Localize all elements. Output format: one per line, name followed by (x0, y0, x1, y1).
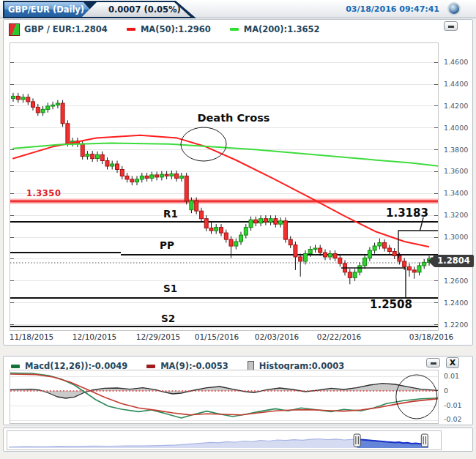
status-orb-icon[interactable] (447, 2, 461, 15)
x-axis-label: 03/18/2016 (402, 332, 461, 341)
y-axis-label: 1.3200 (444, 211, 475, 219)
minimize-icon (448, 26, 454, 28)
last-price-value: 1.2804 (437, 255, 469, 266)
moving-average-lines (13, 135, 438, 247)
pivot-pp-label: PP (160, 239, 174, 251)
tab-symbol-label: GBP/EUR (Daily) (8, 4, 84, 15)
x-axis-label: 11/18/2015 (2, 332, 61, 341)
macd-y-axis-label: 0 (444, 387, 475, 395)
price-plot-area[interactable]: Death Cross 1.3350 R1 PP S1 S2 1.3183 1.… (10, 42, 439, 331)
death-cross-label: Death Cross (198, 112, 270, 124)
macd-panel: Macd(12,26)):-0.0049 MA(9):-0.0053 Histo… (3, 356, 473, 425)
x-axis-label: 02/03/2016 (248, 332, 306, 341)
ma50-swatch-icon (127, 28, 135, 31)
minimize-macd-panel-button[interactable] (426, 358, 440, 367)
x-axis-label: 01/15/2016 (187, 332, 246, 341)
timestamp-label: 03/18/2016 09:47:41 (346, 4, 439, 14)
legend-ma50-label: MA(50):1.2960 (141, 24, 211, 34)
macd-plot-area[interactable] (10, 370, 439, 424)
title-bar: GBP/EUR (Daily) 0.0007 (0.05%) 03/18/201… (0, 0, 476, 18)
legend-ma200-label: MA(200):1.3652 (244, 24, 320, 34)
y-axis-label: 1.3600 (444, 167, 475, 175)
price-chart-panel: GBP / EUR:1.2804 MA(50):1.2960 MA(200):1… (3, 19, 473, 346)
support-price-label: 1.2508 (370, 298, 412, 311)
macd-y-axis-label: -0.02 (444, 415, 475, 423)
tab-change-label: 0.0007 (0.05%) (108, 4, 181, 15)
price-gridlines (10, 62, 438, 324)
macd-swatch-icon (11, 365, 20, 368)
y-axis-label: 1.2600 (444, 277, 475, 285)
y-axis-label: 1.4200 (444, 102, 475, 110)
minimize-icon (431, 362, 436, 365)
navigator-left-handle[interactable] (354, 434, 360, 447)
y-axis-label: 1.3000 (444, 233, 475, 241)
navigator-right-handle[interactable] (421, 434, 428, 447)
y-axis-label: 1.2400 (444, 299, 475, 307)
navigator-panel (3, 428, 473, 452)
y-axis-label: 1.2200 (444, 321, 475, 329)
y-axis-label: 1.4000 (444, 124, 475, 132)
band-price-label: 1.3350 (26, 188, 61, 198)
candlestick-icon (10, 24, 19, 35)
x-axis-label: 12/10/2015 (65, 332, 124, 341)
pivot-r1-label: R1 (163, 208, 178, 220)
last-price-badge: 1.2804 (434, 255, 474, 267)
x-axis-label: 02/22/2016 (310, 332, 368, 341)
macd-y-axis-label: -0.01 (444, 401, 475, 409)
y-axis-label: 1.4400 (444, 80, 475, 88)
x-axis-label: 12/29/2015 (129, 332, 187, 341)
y-axis-label: 1.4600 (444, 58, 475, 66)
ma200-swatch-icon (230, 28, 239, 31)
y-axis-label: 1.3400 (444, 189, 475, 197)
resistance-price-label: 1.3183 (386, 206, 428, 220)
navigator-box[interactable] (7, 430, 442, 450)
macd-signal-swatch-icon (146, 365, 155, 368)
close-macd-panel-button[interactable]: X (446, 357, 459, 368)
y-axis-label: 1.3800 (444, 146, 475, 154)
legend-price-label: GBP / EUR:1.2804 (24, 24, 108, 34)
price-legend: GBP / EUR:1.2804 MA(50):1.2960 MA(200):1… (4, 21, 320, 37)
macd-y-axis-label: 0.01 (444, 372, 475, 380)
pivot-s2-label: S2 (161, 313, 175, 324)
date-axis: 11/18/201512/10/201512/29/201501/15/2016… (10, 332, 456, 343)
minimize-price-panel-button[interactable] (444, 21, 458, 31)
pivot-s1-label: S1 (163, 283, 177, 294)
